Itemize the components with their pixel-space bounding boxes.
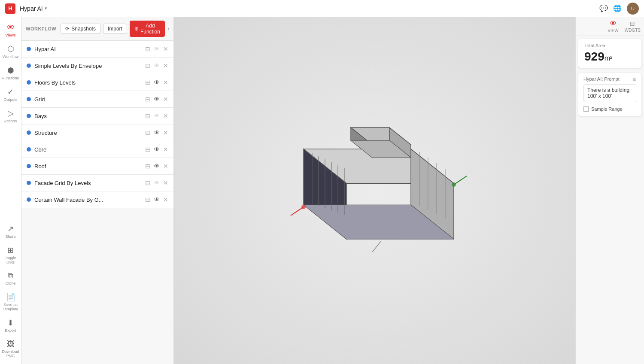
workflow-item-facade-grid[interactable]: Facade Grid By Levels⊟👁✕ [21, 175, 173, 191]
workflow-item-name: Structure [34, 130, 142, 136]
chat-icon[interactable]: 💬 [599, 4, 608, 12]
layers-icon[interactable]: ⊟ [145, 112, 150, 119]
title-chevron-icon[interactable]: ▾ [45, 6, 47, 11]
workflow-item-name: Core [34, 146, 142, 153]
sidebar-item-share[interactable]: ↗ Share [1, 221, 20, 241]
layers-icon[interactable]: ⊟ [145, 79, 150, 86]
workflow-item-name: Bays [34, 113, 142, 119]
import-button[interactable]: Import [103, 24, 127, 34]
visibility-icon[interactable]: 👁 [154, 129, 160, 136]
workflow-dot [27, 130, 31, 135]
outputs-icon: ✓ [7, 87, 14, 97]
sidebar-item-download-png[interactable]: 🖼 Download PNG [1, 337, 20, 361]
workflow-dot [27, 47, 31, 51]
sample-range-checkbox[interactable] [583, 106, 589, 112]
sidebar-item-outputs[interactable]: ✓ Outputs [1, 85, 20, 104]
icon-sidebar: 👁 Views ⬡ Workflow ⬢ Functions ✓ Outputs… [0, 17, 21, 364]
svg-line-20 [291, 207, 304, 215]
workflow-item-curtain-wall[interactable]: Curtain Wall Facade By G...⊟👁✕ [21, 191, 173, 208]
workflow-label: WORKFLOW [26, 26, 56, 31]
wdgts-icon: ⊟ [630, 20, 635, 27]
save-template-icon: 📄 [6, 292, 15, 302]
workflow-item-name: Facade Grid By Levels [34, 180, 142, 186]
download-png-icon: 🖼 [7, 340, 15, 349]
view-tab[interactable]: 👁 VIEW [608, 20, 619, 33]
remove-icon[interactable]: ✕ [163, 46, 168, 52]
visibility-icon[interactable]: 👁 [154, 79, 160, 86]
visibility-icon[interactable]: 👁 [154, 96, 160, 103]
ai-prompt-input[interactable] [583, 84, 636, 102]
layers-icon[interactable]: ⊟ [145, 179, 150, 186]
layers-icon[interactable]: ⊟ [145, 62, 150, 69]
layers-icon[interactable]: ⊟ [145, 196, 150, 203]
app-logo: H [5, 3, 15, 14]
workflow-header: WORKFLOW ⟳ Snapshots Import ⊕ Add Functi… [21, 17, 173, 41]
app-title: Hypar AI ▾ [20, 5, 47, 12]
layers-icon[interactable]: ⊟ [145, 96, 150, 103]
remove-icon[interactable]: ✕ [163, 179, 168, 186]
workflow-item-bays[interactable]: Bays⊟👁✕ [21, 108, 173, 124]
translate-icon[interactable]: 🌐 [613, 4, 622, 12]
workflow-dot [27, 164, 31, 168]
ai-prompt-card: Hypar AI: Prompt ⊞ Sample Range [578, 73, 641, 116]
add-function-button[interactable]: ⊕ Add Function [130, 21, 165, 37]
snapshots-button[interactable]: ⟳ Snapshots [61, 24, 100, 34]
sidebar-item-toggle-units[interactable]: ⊞ Toggle units [1, 243, 20, 267]
sidebar-item-views[interactable]: 👁 Views [1, 21, 20, 40]
layers-icon[interactable]: ⊟ [145, 146, 150, 153]
total-area-value: 929m² [584, 50, 635, 64]
wdgts-tab[interactable]: ⊟ WDGTS [625, 20, 641, 33]
remove-icon[interactable]: ✕ [163, 196, 168, 203]
building-3d [252, 115, 475, 261]
avatar[interactable]: U [627, 3, 639, 15]
remove-icon[interactable]: ✕ [163, 129, 168, 136]
workflow-item-floors-by-levels[interactable]: Floors By Levels⊟👁✕ [21, 74, 173, 91]
workflow-list: Hypar AI⊟👁✕Simple Levels By Envelope⊟👁✕F… [21, 41, 173, 364]
remove-icon[interactable]: ✕ [163, 112, 168, 119]
visibility-icon[interactable]: 👁 [154, 163, 160, 170]
snapshots-icon: ⟳ [65, 26, 70, 32]
remove-icon[interactable]: ✕ [163, 62, 168, 69]
right-panel: 👁 VIEW ⊟ WDGTS Total Area 929m² Hypar AI… [575, 17, 644, 364]
sample-range-label: Sample Range [591, 106, 623, 112]
workflow-item-roof[interactable]: Roof⊟👁✕ [21, 158, 173, 175]
workflow-item-simple-levels[interactable]: Simple Levels By Envelope⊟👁✕ [21, 58, 173, 74]
layers-icon[interactable]: ⊟ [145, 129, 150, 136]
visibility-icon[interactable]: 👁 [154, 179, 160, 186]
total-area-card: Total Area 929m² [578, 39, 641, 68]
canvas-area[interactable] [174, 17, 575, 364]
remove-icon[interactable]: ✕ [163, 146, 168, 153]
workflow-item-grid[interactable]: Grid⊟👁✕ [21, 91, 173, 108]
workflow-item-structure[interactable]: Structure⊟👁✕ [21, 124, 173, 141]
visibility-icon[interactable]: 👁 [154, 46, 160, 52]
remove-icon[interactable]: ✕ [163, 79, 168, 86]
layers-icon[interactable]: ⊟ [145, 163, 150, 170]
sidebar-item-actions[interactable]: ▷ Actions [1, 106, 20, 126]
close-panel-button[interactable]: ‹ [167, 25, 170, 32]
ai-prompt-expand-icon[interactable]: ⊞ [633, 77, 636, 82]
sidebar-item-export[interactable]: ⬇ Export [1, 315, 20, 335]
add-icon: ⊕ [134, 26, 139, 32]
layers-icon[interactable]: ⊟ [145, 46, 150, 52]
workflow-item-name: Curtain Wall Facade By G... [34, 197, 142, 203]
remove-icon[interactable]: ✕ [163, 96, 168, 103]
sidebar-item-clone[interactable]: ⧉ Clone [1, 269, 20, 288]
workflow-item-name: Floors By Levels [34, 79, 142, 86]
export-icon: ⬇ [7, 318, 14, 328]
sidebar-item-workflow[interactable]: ⬡ Workflow [1, 42, 20, 61]
share-icon: ↗ [7, 224, 14, 234]
views-icon: 👁 [7, 23, 15, 32]
visibility-icon[interactable]: 👁 [154, 62, 160, 69]
ai-prompt-footer: Sample Range [578, 106, 641, 116]
workflow-dot [27, 114, 31, 118]
workflow-item-hypar-ai[interactable]: Hypar AI⊟👁✕ [21, 41, 173, 58]
workflow-dot [27, 97, 31, 101]
remove-icon[interactable]: ✕ [163, 163, 168, 170]
visibility-icon[interactable]: 👁 [154, 112, 160, 119]
workflow-item-core[interactable]: Core⊟👁✕ [21, 141, 173, 158]
clone-icon: ⧉ [8, 271, 13, 280]
visibility-icon[interactable]: 👁 [154, 146, 160, 153]
visibility-icon[interactable]: 👁 [154, 196, 160, 203]
sidebar-item-functions[interactable]: ⬢ Functions [1, 63, 20, 83]
sidebar-item-save-template[interactable]: 📄 Save as Template [1, 290, 20, 314]
